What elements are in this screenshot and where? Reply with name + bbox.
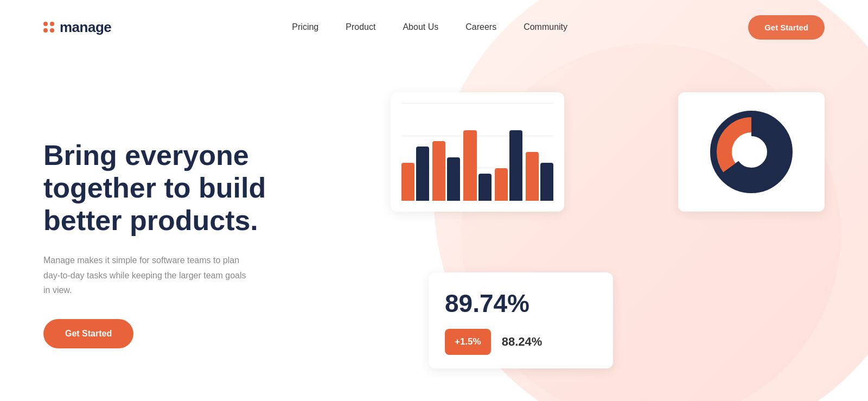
- bar-2-dark: [447, 157, 460, 201]
- primary-stat: 89.74%: [445, 289, 597, 318]
- logo-dot-1: [43, 22, 48, 26]
- bar-group-4: [495, 130, 522, 201]
- logo-dot-4: [50, 28, 54, 33]
- logo-dot-2: [50, 22, 54, 26]
- header: manage Pricing Product About Us Careers …: [0, 0, 868, 54]
- bar-group-1: [401, 147, 429, 201]
- secondary-stat: 88.24%: [502, 335, 542, 349]
- bar-group-2: [432, 141, 460, 201]
- bars-container: [401, 103, 553, 201]
- donut-chart-svg: [708, 109, 795, 195]
- donut-hole: [736, 137, 767, 167]
- logo[interactable]: manage: [43, 19, 111, 36]
- bar-5-dark: [540, 163, 553, 201]
- bar-1-orange: [401, 163, 414, 201]
- header-get-started-button[interactable]: Get Started: [748, 15, 825, 40]
- nav-pricing[interactable]: Pricing: [292, 22, 318, 32]
- bar-chart-inner: [401, 103, 553, 201]
- bar-5-orange: [526, 152, 539, 201]
- bar-3-orange: [463, 130, 476, 201]
- bar-group-3: [463, 130, 491, 201]
- stat-badge: +1.5%: [445, 329, 491, 355]
- donut-chart-card: [678, 92, 825, 212]
- stats-card: 89.74% +1.5% 88.24%: [429, 272, 613, 368]
- main-content: Bring everyone together to build better …: [0, 54, 868, 401]
- hero-subtitle: Manage makes it simple for software team…: [43, 253, 250, 297]
- bar-group-5: [526, 152, 553, 201]
- charts-area: 89.74% +1.5% 88.24%: [347, 76, 825, 401]
- bar-2-orange: [432, 141, 445, 201]
- bar-chart-card: [391, 92, 564, 212]
- nav-product[interactable]: Product: [346, 22, 375, 32]
- hero-title: Bring everyone together to build better …: [43, 139, 347, 237]
- bar-4-dark: [509, 130, 522, 201]
- bar-4-orange: [495, 168, 508, 201]
- hero-section: Bring everyone together to build better …: [43, 129, 347, 348]
- stat-row: +1.5% 88.24%: [445, 329, 597, 355]
- bar-3-dark: [478, 174, 492, 201]
- bar-1-dark: [416, 147, 429, 201]
- main-nav: Pricing Product About Us Careers Communi…: [292, 22, 567, 32]
- nav-careers[interactable]: Careers: [465, 22, 496, 32]
- logo-dot-3: [43, 28, 48, 33]
- nav-about-us[interactable]: About Us: [403, 22, 438, 32]
- logo-dots-icon: [43, 22, 54, 33]
- logo-text: manage: [60, 19, 111, 36]
- nav-community[interactable]: Community: [524, 22, 567, 32]
- hero-get-started-button[interactable]: Get Started: [43, 319, 133, 348]
